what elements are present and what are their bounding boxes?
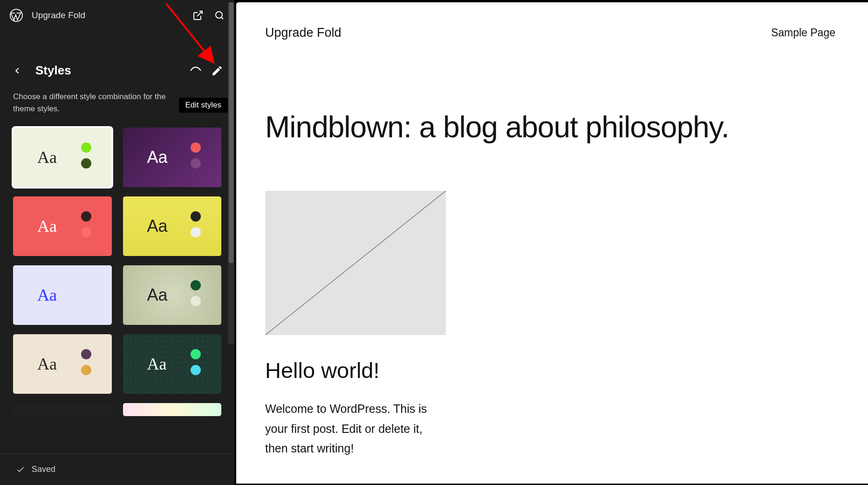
style-variation-tile[interactable]: Aa (13, 334, 112, 394)
search-icon[interactable] (213, 9, 226, 22)
style-sample-text: Aa (37, 216, 57, 236)
style-variation-tile[interactable]: Aa (123, 128, 222, 187)
svg-line-5 (221, 17, 223, 19)
preview-nav-link[interactable]: Sample Page (771, 27, 835, 39)
style-variation-tile[interactable]: Aa (13, 196, 112, 256)
palette-dot (191, 211, 201, 222)
style-sample-text: Aa (147, 216, 168, 236)
editor-sidebar: Upgrade Fold Styles (0, 0, 236, 485)
preview-site-title[interactable]: Upgrade Fold (265, 26, 342, 40)
stylebook-icon[interactable] (190, 65, 202, 77)
palette-dot (81, 158, 91, 168)
panel-description: Choose a different style combination for… (0, 81, 196, 119)
site-title[interactable]: Upgrade Fold (32, 10, 183, 20)
edit-styles-tooltip: Edit styles (179, 98, 228, 113)
palette-dot (191, 365, 201, 375)
preview-hero-heading: Mindblown: a blog about philosophy. (265, 110, 835, 144)
palette-dot (81, 211, 91, 222)
palette-dot (81, 296, 91, 306)
site-preview[interactable]: Upgrade Fold Sample Page Mindblown: a bl… (236, 0, 868, 485)
open-external-icon[interactable] (191, 9, 205, 22)
style-variation-tile[interactable]: Aa (13, 128, 112, 187)
palette-dot (191, 349, 201, 359)
sidebar-footer: Saved (0, 453, 234, 485)
preview-post-image-placeholder (265, 191, 446, 335)
save-status: Saved (32, 465, 55, 474)
preview-post-title[interactable]: Hello world! (265, 357, 835, 383)
top-bar: Upgrade Fold (0, 0, 234, 31)
edit-styles-icon[interactable] (211, 65, 223, 77)
palette-dot (191, 227, 201, 237)
style-variation-tile[interactable]: Aa (123, 196, 222, 256)
back-button[interactable] (11, 65, 23, 77)
palette-dot (191, 142, 201, 153)
style-variation-tile[interactable] (123, 403, 222, 416)
style-variation-tile[interactable]: Aa (123, 265, 222, 325)
sidebar-scrollbar[interactable] (228, 2, 234, 344)
style-sample-text: Aa (37, 354, 57, 374)
style-variation-tile[interactable] (13, 403, 112, 416)
panel-header: Styles (0, 59, 234, 81)
style-sample-text: Aa (147, 285, 168, 305)
sidebar-scrollbar-thumb[interactable] (229, 2, 233, 263)
preview-post-body: Welcome to WordPress. This is your first… (265, 399, 433, 458)
palette-dot (191, 158, 201, 168)
svg-point-4 (216, 12, 222, 18)
palette-dot (81, 142, 91, 153)
palette-dot (191, 280, 201, 290)
palette-dot (81, 365, 91, 375)
palette-dot (81, 280, 91, 290)
preview-header: Upgrade Fold Sample Page (265, 26, 835, 54)
wordpress-logo-icon[interactable] (9, 8, 23, 22)
palette-dot (81, 227, 91, 237)
palette-dot (81, 349, 91, 359)
style-sample-text: Aa (147, 354, 167, 374)
style-sample-text: Aa (147, 148, 168, 167)
style-sample-text: Aa (37, 285, 57, 305)
style-variations-grid: AaAaAaAaAaAaAaAa (13, 128, 221, 416)
panel-title: Styles (29, 63, 184, 78)
style-variation-tile[interactable]: Aa (123, 334, 222, 394)
palette-dot (191, 296, 201, 306)
style-sample-text: Aa (37, 148, 57, 167)
check-icon (16, 465, 25, 474)
svg-line-3 (197, 11, 202, 16)
style-variation-tile[interactable]: Aa (13, 265, 112, 325)
